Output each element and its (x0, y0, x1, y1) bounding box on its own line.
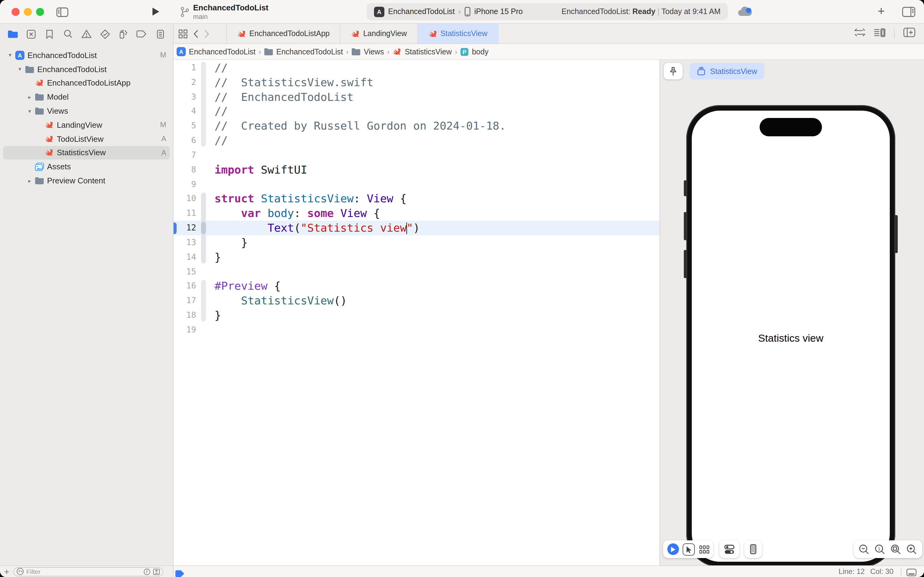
zoom-out-button[interactable] (859, 544, 869, 555)
tree-row-enchancedtodolist[interactable]: ▾EnchancedTodoList (0, 62, 173, 76)
code-line[interactable]: 11 var body: some View { (174, 206, 659, 221)
editor-options-icon[interactable] (874, 28, 885, 39)
tab-landingview[interactable]: LandingView (341, 24, 418, 44)
canvas-toggle-icon[interactable] (906, 568, 917, 577)
zoom-fit-button[interactable] (890, 544, 901, 555)
tab-enchancedtodolistapp[interactable]: EnchancedTodoListApp (226, 24, 341, 44)
code-line[interactable]: 9 (174, 177, 659, 192)
pin-preview-button[interactable] (664, 63, 683, 79)
title-bar: EnchancedTodoList main A EnchancedTodoLi… (0, 0, 924, 24)
code-text: // (214, 104, 228, 119)
tree-row-label: EnchancedTodoList (27, 51, 156, 60)
code-line[interactable]: 19 (174, 323, 659, 337)
breadcrumb-item-body[interactable]: Pbody (460, 47, 488, 56)
new-tab-button[interactable]: + (875, 4, 887, 18)
zoom-actual-button[interactable]: 1 (874, 544, 885, 555)
breakpoint-indicator[interactable] (175, 569, 185, 577)
source-control-navigator-icon[interactable] (25, 28, 37, 40)
bookmarks-navigator-icon[interactable] (44, 28, 56, 40)
code-line[interactable]: 18} (174, 308, 659, 323)
add-editor-icon[interactable] (903, 27, 916, 40)
recent-files-icon[interactable] (143, 568, 150, 575)
cloud-sync-icon[interactable] (737, 6, 753, 20)
tree-row-enchancedtodolistapp[interactable]: EnchancedTodoListApp (0, 76, 173, 90)
code-review-icon[interactable] (854, 28, 865, 39)
breadcrumb-item-statisticsview[interactable]: StatisticsView (393, 47, 452, 56)
go-forward-icon[interactable] (204, 29, 209, 38)
zoom-window-button[interactable] (36, 8, 44, 16)
minimize-window-button[interactable] (24, 8, 31, 16)
issues-navigator-icon[interactable] (80, 28, 93, 40)
preview-target-pill[interactable]: StatisticsView (689, 63, 765, 79)
scheme-selector[interactable]: A EnchancedTodoList › iPhone 15 Pro Ench… (367, 3, 728, 20)
tree-row-model[interactable]: ▸Model (0, 90, 173, 104)
tree-row-enchancedtodolist[interactable]: ▾AEnchancedTodoListM (0, 48, 173, 62)
device-settings-button[interactable] (724, 544, 734, 554)
code-line[interactable]: 13 } (174, 235, 659, 250)
source-control-status-badge: A (161, 134, 166, 143)
code-line[interactable]: 6// (174, 133, 659, 148)
scheme-chevron: › (458, 7, 461, 16)
selectable-mode-button[interactable] (683, 543, 695, 555)
line-number: 10 (174, 192, 196, 206)
code-line[interactable]: 1// (174, 61, 659, 75)
close-window-button[interactable] (11, 8, 19, 16)
related-items-icon[interactable] (179, 29, 188, 38)
code-line[interactable]: 10struct StatisticsView: View { (174, 192, 659, 206)
breadcrumb-item-views[interactable]: Views (351, 47, 384, 56)
live-preview-button[interactable] (667, 543, 679, 555)
code-line[interactable]: 14} (174, 250, 659, 265)
tab-statisticsview[interactable]: StatisticsView (418, 24, 498, 44)
go-back-icon[interactable] (193, 29, 199, 38)
code-line[interactable]: 15 (174, 264, 659, 279)
svg-text:A: A (179, 48, 184, 55)
tree-row-landingview[interactable]: LandingViewM (0, 118, 173, 132)
filter-input[interactable] (26, 568, 141, 575)
disclosure-icon[interactable]: ▾ (25, 108, 34, 114)
tree-row-preview-content[interactable]: ▸Preview Content (0, 174, 173, 188)
source-editor[interactable]: 1//2// StatisticsView.swift3// Enchanced… (174, 60, 659, 566)
code-text: } (214, 308, 221, 323)
code-line[interactable]: 7 (174, 148, 659, 163)
filter-field[interactable] (13, 567, 163, 576)
disclosure-icon[interactable]: ▸ (25, 94, 34, 100)
code-line[interactable]: 17 StatisticsView() (174, 294, 659, 308)
run-destination[interactable]: iPhone 15 Pro (474, 7, 523, 16)
code-line[interactable]: 2// StatisticsView.swift (174, 75, 659, 90)
code-line[interactable]: 12 Text("Statistics view") (174, 221, 659, 235)
code-line[interactable]: 3// EnchancedTodoList (174, 90, 659, 104)
disclosure-icon[interactable]: ▾ (5, 52, 14, 58)
flags-filter-icon[interactable] (153, 568, 160, 575)
variants-mode-button[interactable] (699, 545, 709, 553)
scheme-name[interactable]: EnchancedTodoList (388, 7, 455, 16)
tree-row-assets[interactable]: Assets (0, 160, 173, 174)
branch-icon (180, 6, 190, 20)
disclosure-icon[interactable]: ▾ (15, 66, 24, 72)
code-line[interactable]: 8import SwiftUI (174, 163, 659, 177)
project-navigator-icon[interactable] (7, 28, 19, 40)
preview-screen[interactable]: Statistics view (692, 111, 890, 562)
find-navigator-icon[interactable] (62, 28, 74, 40)
line-number: 19 (174, 323, 196, 337)
breakpoints-navigator-icon[interactable] (136, 28, 148, 40)
tree-row-views[interactable]: ▾Views (0, 104, 173, 118)
breadcrumb-item-enchancedtodolist[interactable]: EnchancedTodoList (264, 47, 343, 56)
breadcrumb-separator: › (259, 47, 261, 56)
code-line[interactable]: 16#Preview { (174, 279, 659, 294)
sidebar-toggle-icon[interactable] (56, 7, 68, 19)
inspector-toggle-icon[interactable] (902, 7, 916, 19)
code-line[interactable]: 4// (174, 104, 659, 119)
disclosure-icon[interactable]: ▸ (25, 177, 34, 184)
run-button[interactable] (151, 7, 160, 19)
zoom-in-button[interactable] (906, 544, 917, 555)
add-file-button[interactable]: + (0, 567, 13, 576)
debug-navigator-icon[interactable] (118, 28, 130, 40)
breadcrumb-item-enchancedtodolist[interactable]: AEnchancedTodoList (177, 47, 256, 56)
tree-row-statisticsview[interactable]: StatisticsViewA (0, 146, 173, 160)
code-text: import SwiftUI (214, 163, 307, 177)
orientation-button[interactable] (750, 544, 757, 554)
tests-navigator-icon[interactable] (99, 28, 111, 40)
reports-navigator-icon[interactable] (154, 28, 166, 40)
code-line[interactable]: 5// Created by Russell Gordon on 2024-01… (174, 119, 659, 134)
tree-row-todolistview[interactable]: TodoListViewA (0, 132, 173, 146)
